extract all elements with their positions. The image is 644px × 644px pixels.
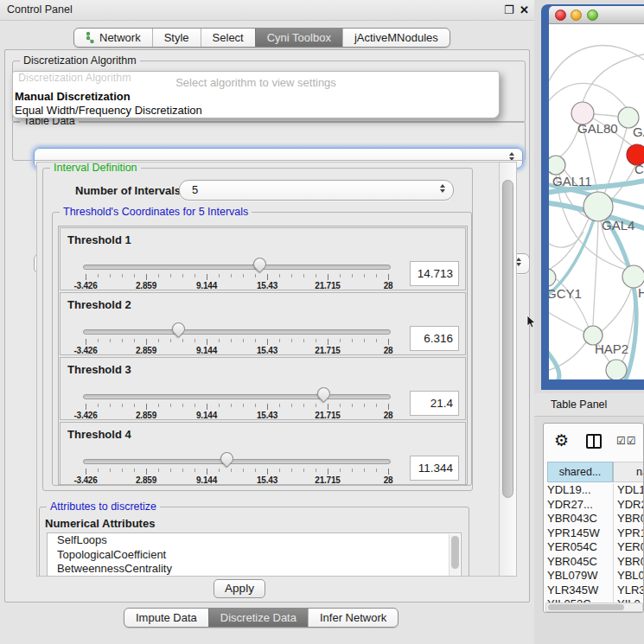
checkbox-icons[interactable]: ☑☑ (616, 435, 637, 447)
number-of-intervals-combobox[interactable]: 5 (179, 180, 454, 201)
tab-jactivemnodules[interactable]: jActiveMNodules (342, 29, 450, 47)
network-node[interactable] (583, 192, 613, 221)
list-scrollbar[interactable] (449, 534, 460, 576)
slider-tick-label: -3.426 (60, 281, 112, 290)
slider-tick (122, 404, 123, 407)
list-item[interactable]: TopologicalCoefficient (48, 548, 461, 563)
column-header-shared-name[interactable]: shared... (547, 462, 613, 482)
threshold-value-field[interactable]: 11.344 (410, 456, 459, 481)
scrollbar-thumb[interactable] (451, 536, 459, 569)
cell-shared-name: YLR345W (547, 583, 612, 596)
slider-tick (364, 274, 365, 277)
slider-thumb[interactable] (218, 450, 236, 468)
main-scrollbar[interactable] (499, 163, 516, 576)
dropdown-option-equal-width-frequency[interactable]: Equal Width/Frequency Discretization (15, 104, 486, 117)
close-icon[interactable]: ✕ (520, 3, 529, 16)
threshold-panel: Threshold 4-3.4262.8599.14415.4321.71528… (60, 422, 466, 485)
slider-tick (219, 274, 220, 277)
column-divider (613, 483, 614, 603)
tab-select[interactable]: Select (201, 29, 255, 47)
cell-name: YPR1 (617, 526, 644, 539)
threshold-value-field[interactable]: 14.713 (410, 261, 459, 286)
control-panel: Control Panel ❐ ✕ Network Style Select C… (0, 0, 534, 644)
slider-tick (316, 404, 316, 407)
gear-icon[interactable]: ⚙ (554, 430, 569, 450)
network-view-window: GAL80GACGAL11GAL4GCY1HHAP2 (541, 4, 644, 390)
table-row[interactable]: YBR045CYBR0 (544, 555, 644, 570)
group-title: Threshold's Coordinates for 5 Intervals (60, 206, 252, 218)
slider-tick (328, 274, 328, 280)
table-row[interactable]: YBR043CYBR0 (544, 512, 644, 526)
network-node[interactable] (606, 360, 627, 379)
dropdown-option-manual-discretization[interactable]: Manual Discretization (15, 90, 486, 103)
tab-style[interactable]: Style (152, 29, 201, 47)
slider-tick (194, 274, 195, 277)
minimize-traffic-light-icon[interactable] (571, 10, 582, 21)
close-traffic-light-icon[interactable] (555, 10, 566, 21)
apply-button[interactable]: Apply (214, 579, 265, 598)
tab-infer-network[interactable]: Infer Network (308, 609, 398, 627)
slider-tick (303, 404, 304, 407)
table-row[interactable]: YLR345WYLR3 (544, 583, 644, 598)
slider-tick (158, 339, 159, 342)
slider-track[interactable] (83, 459, 391, 464)
slider-tick (388, 469, 389, 475)
horizontal-scrollbar[interactable] (545, 603, 643, 612)
slider-tick (110, 469, 111, 472)
table-row[interactable]: YPR145WYPR1 (544, 526, 644, 541)
network-canvas[interactable]: GAL80GACGAL11GAL4GCY1HHAP2 (549, 24, 644, 379)
slider-track[interactable] (83, 394, 391, 399)
slider-tick (352, 404, 353, 407)
tab-impute-data[interactable]: Impute Data (124, 609, 208, 627)
slider-tick (279, 339, 280, 342)
list-item[interactable]: SelfLoops (48, 533, 461, 548)
slider-tick-label: 9.144 (181, 281, 233, 290)
network-node[interactable] (549, 156, 565, 175)
cell-name: YBR0 (617, 512, 644, 525)
tab-cyni-toolbox[interactable]: Cyni Toolbox (255, 29, 342, 47)
panel-title: Control Panel (7, 3, 73, 16)
slider-thumb[interactable] (315, 385, 333, 403)
slider-track[interactable] (83, 265, 391, 270)
slider-thumb[interactable] (169, 320, 188, 338)
slider-thumb[interactable] (251, 255, 269, 273)
slider-tick (219, 469, 220, 472)
slider-tick (98, 274, 99, 277)
undock-icon[interactable]: ❐ (504, 3, 514, 16)
node-label: GAL4 (602, 218, 634, 233)
group-title: Interval Definition (50, 162, 141, 174)
node-label: GCY1 (549, 286, 582, 301)
threshold-value-field[interactable]: 6.316 (410, 326, 459, 351)
slider-tick (231, 469, 232, 472)
thresholds-group: Threshold's Coordinates for 5 Intervals … (52, 212, 472, 486)
column-header-name[interactable]: na (613, 462, 644, 482)
table-row[interactable]: YBL079WYBL0 (544, 569, 644, 583)
slider-tick (376, 404, 377, 407)
algorithm-dropdown-popup: Discretization Algorithm Select algorith… (12, 71, 500, 118)
slider-tick (267, 274, 268, 280)
network-window-titlebar[interactable] (549, 6, 644, 24)
scrollbar-thumb[interactable] (502, 180, 513, 498)
split-column-icon[interactable] (586, 434, 602, 449)
attributes-list[interactable]: SelfLoopsTopologicalCoefficientBetweenne… (47, 532, 462, 577)
table-row[interactable]: YDR27...YDR2 (544, 498, 644, 513)
network-edge (549, 342, 586, 372)
table-row[interactable]: YDL19...YDL1 (544, 483, 644, 498)
network-node[interactable] (549, 269, 556, 286)
attributes-group: Attributes to discretize Numerical Attri… (39, 507, 469, 577)
slider-tick (207, 339, 207, 345)
slider-tick (194, 404, 195, 407)
zoom-traffic-light-icon[interactable] (587, 10, 598, 21)
slider-tick (291, 469, 292, 472)
tab-label: Network (99, 29, 141, 47)
scrollbar-thumb[interactable] (548, 604, 624, 610)
table-row[interactable]: YER054CYER0 (544, 540, 644, 555)
threshold-value-field[interactable]: 21.4 (410, 391, 459, 416)
list-item[interactable]: BetweennessCentrality (48, 562, 461, 577)
slider-tick (146, 404, 147, 410)
tab-network[interactable]: Network (74, 29, 152, 47)
slider-tick (243, 404, 244, 407)
slider-track[interactable] (83, 329, 391, 335)
slider-tick (231, 404, 232, 407)
tab-discretize-data[interactable]: Discretize Data (208, 609, 308, 627)
